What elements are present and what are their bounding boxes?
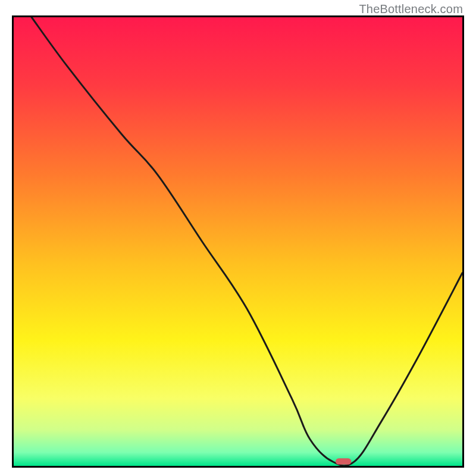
watermark-text: TheBottleneck.com bbox=[359, 2, 463, 16]
optimal-marker bbox=[336, 458, 351, 465]
chart-frame bbox=[12, 15, 464, 468]
chart-plot bbox=[14, 17, 462, 466]
